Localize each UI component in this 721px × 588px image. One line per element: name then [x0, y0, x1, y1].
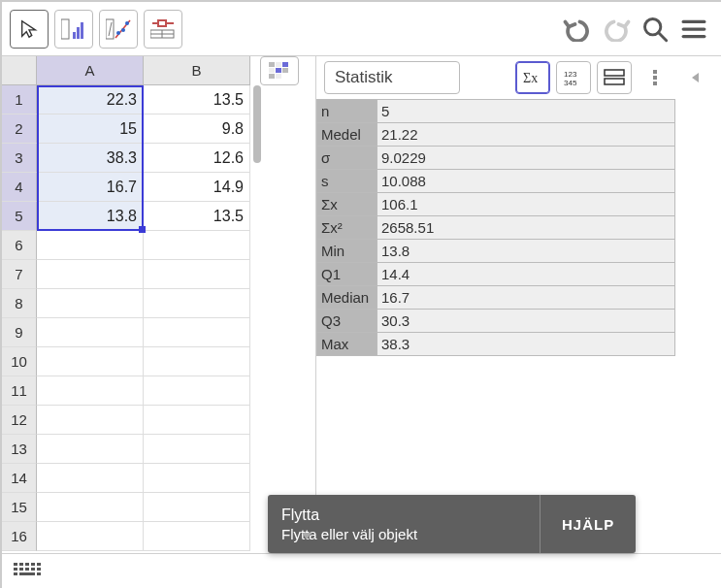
stats-row: Medel21.22	[317, 123, 675, 147]
row-header[interactable]: 1	[2, 85, 37, 114]
row-header[interactable]: 16	[2, 522, 37, 551]
stats-row: Σx²2658.51	[317, 216, 675, 240]
svg-point-9	[125, 21, 129, 25]
layout-button[interactable]	[597, 61, 632, 94]
row-header[interactable]: 2	[2, 114, 37, 144]
row-header[interactable]: 12	[2, 406, 37, 435]
redo-button[interactable]	[597, 10, 636, 49]
menu-button[interactable]	[674, 10, 713, 49]
stats-label: Medel	[317, 123, 377, 147]
cursor-icon	[18, 18, 40, 40]
cell[interactable]	[144, 260, 250, 289]
tooltip-help-button[interactable]: HJÄLP	[540, 495, 636, 553]
svg-rect-3	[81, 22, 83, 39]
row-header[interactable]: 8	[2, 289, 37, 318]
cell[interactable]	[37, 493, 144, 522]
cell[interactable]: 13.5	[144, 202, 250, 231]
row-header[interactable]: 4	[2, 173, 37, 202]
cell[interactable]: 12.6	[144, 144, 250, 173]
cell[interactable]	[144, 464, 250, 493]
cell[interactable]: 14.9	[144, 173, 250, 202]
cell[interactable]	[37, 289, 144, 318]
svg-rect-23	[282, 62, 288, 67]
sigma-x-icon: Σx	[521, 68, 544, 87]
row-header[interactable]: 13	[2, 435, 37, 464]
cell[interactable]	[144, 376, 250, 406]
top-toolbar	[2, 2, 721, 56]
format-cells-button[interactable]	[260, 56, 299, 85]
cell[interactable]	[144, 435, 250, 464]
stats-more-button[interactable]	[638, 61, 672, 94]
cell[interactable]	[37, 464, 144, 493]
barchart-icon	[61, 18, 86, 40]
tool-tooltip: Flytta Flytta eller välj objekt HJÄLP	[268, 495, 636, 553]
row-header[interactable]: 6	[2, 231, 37, 260]
stats-row: Q330.3	[317, 310, 675, 333]
stats-label: σ	[317, 147, 377, 170]
stats-row: Max38.3	[317, 333, 675, 356]
col-header-A[interactable]: A	[37, 56, 144, 85]
cell[interactable]	[144, 289, 250, 318]
row-header[interactable]: 14	[2, 464, 37, 493]
move-tool-button[interactable]	[10, 10, 49, 49]
show-statistics-button[interactable]: Σx	[515, 61, 550, 94]
keyboard-button[interactable]	[8, 558, 47, 585]
search-icon	[641, 16, 669, 43]
sheet-vscroll[interactable]	[250, 85, 264, 553]
stats-row: Median16.7	[317, 286, 675, 310]
row-header[interactable]: 7	[2, 260, 37, 289]
show-data-button[interactable]: 123345	[556, 61, 591, 94]
stats-title-input[interactable]: Statistik	[324, 61, 460, 94]
row-header[interactable]: 11	[2, 376, 37, 406]
stats-body: n5Medel21.22σ9.0229s10.088Σx106.1Σx²2658…	[316, 99, 721, 553]
row-header[interactable]: 15	[2, 493, 37, 522]
cell[interactable]	[37, 376, 144, 406]
cell[interactable]	[37, 260, 144, 289]
svg-rect-1	[73, 32, 76, 39]
cell[interactable]	[37, 522, 144, 551]
cell[interactable]: 38.3	[37, 144, 144, 173]
stats-label: Median	[317, 286, 377, 310]
svg-rect-39	[19, 563, 23, 566]
cell[interactable]	[37, 347, 144, 376]
cell[interactable]	[37, 406, 144, 435]
cell[interactable]: 15	[37, 114, 144, 144]
stats-value: 10.088	[377, 170, 675, 193]
cell[interactable]	[37, 435, 144, 464]
cell[interactable]: 16.7	[37, 173, 144, 202]
svg-text:345: 345	[564, 79, 577, 87]
cell[interactable]: 9.8	[144, 114, 250, 144]
cell[interactable]	[144, 406, 250, 435]
sheet-body: 12345678910111213141516 22.31538.316.713…	[2, 85, 315, 553]
svg-rect-41	[31, 563, 35, 566]
cell[interactable]: 13.5	[144, 85, 250, 114]
stats-label: Q1	[317, 263, 377, 286]
sheet-corner[interactable]	[2, 56, 37, 85]
search-button[interactable]	[636, 10, 674, 49]
row-header[interactable]: 3	[2, 144, 37, 173]
cell[interactable]: 22.3	[37, 85, 144, 114]
row-header[interactable]: 5	[2, 202, 37, 231]
svg-rect-47	[37, 568, 41, 571]
svg-rect-0	[61, 19, 69, 39]
cell[interactable]: 13.8	[37, 202, 144, 231]
cell[interactable]	[37, 231, 144, 260]
cell[interactable]	[37, 318, 144, 347]
cell[interactable]	[144, 522, 250, 551]
stats-collapse-button[interactable]	[678, 61, 713, 94]
panel-collapse-button[interactable]	[291, 522, 322, 549]
col-header-B[interactable]: B	[144, 56, 250, 85]
cell[interactable]	[144, 231, 250, 260]
multi-var-tool-button[interactable]	[144, 10, 182, 49]
triangle-down-icon	[300, 529, 313, 542]
cell[interactable]	[144, 318, 250, 347]
two-var-tool-button[interactable]	[99, 10, 138, 49]
row-header[interactable]: 9	[2, 318, 37, 347]
cell[interactable]	[144, 347, 250, 376]
undo-button[interactable]	[558, 10, 597, 49]
cell[interactable]	[144, 493, 250, 522]
one-var-tool-button[interactable]	[54, 10, 93, 49]
svg-rect-35	[653, 70, 657, 74]
vscroll-thumb[interactable]	[253, 85, 261, 163]
row-header[interactable]: 10	[2, 347, 37, 376]
